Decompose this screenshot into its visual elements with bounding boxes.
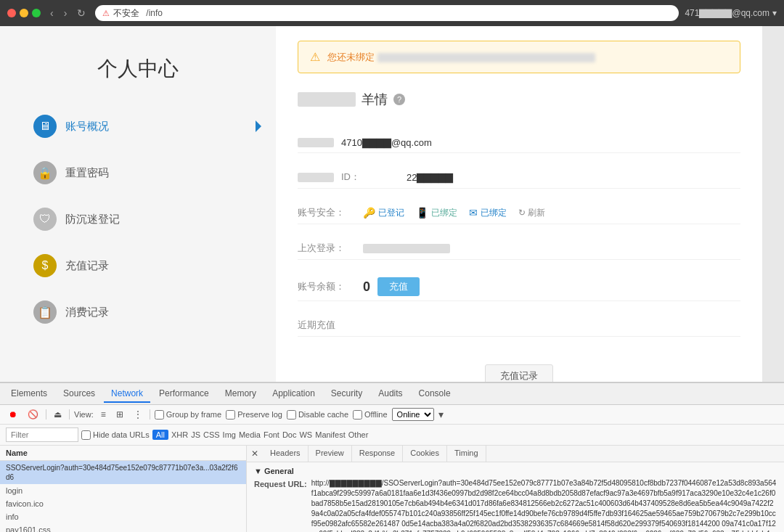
view-record-button[interactable]: 充值记录	[485, 364, 553, 382]
img-filter-button[interactable]: Img	[223, 430, 236, 439]
security-icon: ⚠	[102, 9, 110, 18]
preserve-log-label[interactable]: Preserve log	[226, 410, 282, 420]
sidebar-item-reset-password[interactable]: 🔒 重置密码	[22, 151, 254, 195]
media-filter-button[interactable]: Media	[239, 430, 261, 439]
devtools-tab-memory[interactable]: Memory	[218, 385, 264, 403]
refresh-button[interactable]: ↻	[73, 6, 89, 20]
maximize-button[interactable]	[32, 9, 41, 17]
dropdown-icon[interactable]: ▾	[772, 8, 777, 18]
js-filter-button[interactable]: JS	[191, 430, 200, 439]
file-item-info[interactable]: info	[0, 510, 246, 523]
devtools-tab-sources[interactable]: Sources	[56, 385, 102, 403]
devtools: Elements Sources Network Performance Mem…	[0, 382, 784, 532]
request-url-label: Request URL:	[254, 478, 307, 532]
help-icon[interactable]: ?	[393, 94, 405, 105]
detail-tab-headers[interactable]: Headers	[263, 446, 309, 462]
detail-tab-response[interactable]: Response	[352, 446, 404, 462]
group-by-frame-label[interactable]: Group by frame	[155, 410, 221, 420]
devtools-tab-network[interactable]: Network	[104, 385, 150, 403]
file-item-login-text: login	[6, 486, 23, 495]
file-item-sso[interactable]: SSOServerLogin?auth=30e484d75ee152e079c8…	[0, 461, 246, 484]
sidebar-label-anti-addiction: 防沉迷登记	[65, 213, 120, 226]
doc-filter-button[interactable]: Doc	[282, 430, 297, 439]
disable-cache-checkbox[interactable]	[287, 410, 296, 420]
detail-tab-cookies[interactable]: Cookies	[403, 446, 447, 462]
manifest-filter-button[interactable]: Manifest	[315, 430, 346, 439]
ws-filter-button[interactable]: WS	[299, 430, 312, 439]
recharge-history-icon: $	[33, 254, 57, 277]
email-bound-icon: ✉	[469, 207, 478, 218]
detail-tab-timing[interactable]: Timing	[447, 446, 486, 462]
devtools-tab-performance[interactable]: Performance	[152, 385, 216, 403]
clear-button[interactable]: 🚫	[25, 408, 41, 421]
grid-view-button[interactable]: ⊞	[113, 408, 126, 421]
hide-data-urls-checkbox[interactable]	[81, 430, 91, 440]
devtools-tab-application[interactable]: Application	[265, 385, 322, 403]
consumption-history-icon: 📋	[33, 300, 57, 324]
detail-tab-preview[interactable]: Preview	[309, 446, 352, 462]
forward-button[interactable]: ›	[60, 6, 71, 20]
anti-addiction-icon: 🛡	[33, 208, 57, 231]
group-by-frame-checkbox[interactable]	[155, 410, 164, 420]
record-button[interactable]: ⏺	[6, 408, 20, 421]
close-detail-button[interactable]: ✕	[247, 446, 263, 462]
username-suffix: 羊情	[362, 91, 388, 108]
address-bar[interactable]: ⚠ 不安全 /info	[95, 5, 679, 21]
css-filter-button[interactable]: CSS	[203, 430, 220, 439]
all-filter-button[interactable]: All	[152, 430, 168, 440]
refresh-label: 刷新	[528, 207, 545, 219]
filter-button[interactable]: ⏏	[51, 408, 65, 421]
devtools-tabs: Elements Sources Network Performance Mem…	[0, 383, 784, 405]
balance-label: 账号余额：	[298, 280, 356, 293]
balance-value: 0	[363, 279, 370, 295]
email-bound-text: 已绑定	[481, 207, 507, 219]
devtools-tab-elements[interactable]: Elements	[4, 385, 54, 403]
close-button[interactable]	[7, 9, 16, 17]
toolbar-sep3	[150, 409, 150, 420]
security-row: 账号安全： 🔑 已登记 📱 已绑定 ✉ 已绑定 ↻	[298, 202, 740, 224]
tree-view-button[interactable]: ⋮	[131, 408, 145, 421]
other-filter-button[interactable]: Other	[348, 430, 369, 439]
preserve-log-checkbox[interactable]	[226, 410, 235, 420]
file-list-panel: Name SSOServerLogin?auth=30e484d75ee152e…	[0, 446, 247, 532]
list-view-button[interactable]: ≡	[98, 408, 109, 421]
toolbar-sep1	[46, 409, 46, 420]
alert-prefix: 您还未绑定	[327, 52, 375, 62]
request-detail: ✕ Headers Preview Response Cookies Timin…	[247, 446, 784, 532]
devtools-body: Name SSOServerLogin?auth=30e484d75ee152e…	[0, 446, 784, 532]
file-item-login[interactable]: login	[0, 484, 246, 497]
sidebar-item-recharge-history[interactable]: $ 充值记录	[22, 244, 254, 287]
back-button[interactable]: ‹	[46, 6, 57, 20]
font-filter-button[interactable]: Font	[264, 430, 279, 439]
recharge-button[interactable]: 充值	[377, 277, 420, 296]
offline-checkbox[interactable]	[353, 410, 362, 420]
file-item-paycss[interactable]: pay1601.css	[0, 523, 246, 532]
id-label: ID：	[341, 171, 399, 184]
offline-text: Offline	[364, 410, 388, 419]
refresh-button[interactable]: ↻ 刷新	[518, 207, 545, 219]
file-item-favicon[interactable]: favicon.ico	[0, 497, 246, 510]
devtools-tab-security[interactable]: Security	[324, 385, 369, 403]
url-display: /info	[146, 8, 163, 18]
recent-recharge-row: 近期充值	[298, 314, 740, 337]
offline-label[interactable]: Offline	[353, 410, 388, 420]
detail-tabs: ✕ Headers Preview Response Cookies Timin…	[247, 446, 784, 462]
nav-buttons: ‹ › ↻	[46, 6, 89, 20]
network-throttle-select[interactable]: Online	[392, 408, 434, 421]
hide-data-urls-label[interactable]: Hide data URLs	[81, 430, 150, 440]
alert-icon: ⚠	[310, 50, 320, 64]
xhr-filter-button[interactable]: XHR	[171, 430, 188, 439]
alert-banner: ⚠ 您还未绑定	[298, 41, 740, 73]
sidebar-item-anti-addiction[interactable]: 🛡 防沉迷登记	[22, 197, 254, 241]
devtools-tab-console[interactable]: Console	[412, 385, 458, 403]
minimize-button[interactable]	[20, 9, 28, 17]
expand-icon[interactable]: ▾	[438, 409, 444, 420]
last-login-label: 上次登录：	[298, 242, 356, 255]
devtools-tab-audits[interactable]: Audits	[371, 385, 409, 403]
filter-input[interactable]	[6, 427, 78, 442]
main-content: ⚠ 您还未绑定 羊情 ? 4710▇▇▇▇@qq.com ID：	[276, 26, 762, 382]
sidebar-item-account-overview[interactable]: 🖥 账号概况	[22, 105, 254, 148]
balance-content: 0 充值	[363, 277, 420, 296]
disable-cache-label[interactable]: Disable cache	[287, 410, 348, 420]
sidebar-item-consumption-history[interactable]: 📋 消费记录	[22, 290, 254, 334]
